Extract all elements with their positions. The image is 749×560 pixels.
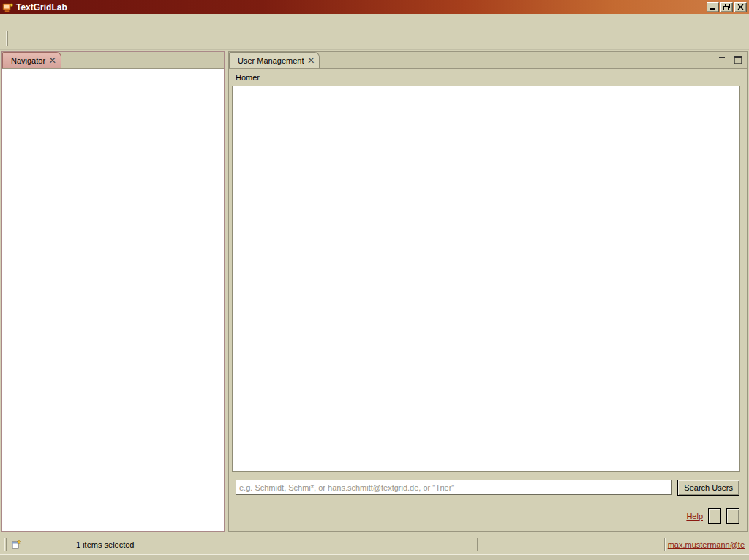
maximize-view-icon[interactable] (731, 53, 745, 67)
navigator-tab-row: Navigator ⛌ (2, 52, 224, 69)
navigator-view-toolbar (222, 52, 224, 68)
selection-status: 1 items selected (68, 540, 134, 549)
logged-in-user-link[interactable]: max.mustermann@te (668, 540, 745, 549)
minimize-button[interactable] (707, 2, 719, 12)
main-toolbar (0, 29, 749, 50)
close-icon[interactable]: ⛌ (309, 56, 314, 65)
close-icon[interactable]: ⛌ (50, 56, 55, 65)
minimize-view-icon[interactable] (716, 53, 729, 67)
user-table (232, 86, 740, 472)
title-bar: TextGridLab (0, 0, 749, 14)
workbench: Navigator ⛌ User Management ⛌ (0, 50, 749, 534)
project-name-label: Homer (229, 69, 747, 86)
tab-user-management[interactable]: User Management ⛌ (229, 52, 320, 68)
action-buttons: Help (686, 508, 739, 524)
help-link[interactable]: Help (686, 512, 703, 521)
fast-view-icon[interactable] (11, 539, 23, 550)
open-perspective-icon[interactable] (724, 30, 742, 48)
revert-changes-button[interactable] (708, 508, 721, 524)
navigator-view: Navigator ⛌ (1, 51, 225, 532)
user-management-view: User Management ⛌ Homer Search Users (228, 51, 748, 532)
options-row: Help (236, 508, 739, 524)
close-button[interactable] (734, 2, 747, 12)
editor-view-buttons (716, 52, 747, 68)
window-controls (707, 2, 747, 12)
editor-tab-row: User Management ⛌ (229, 52, 747, 69)
navigator-tab-label: Navigator (11, 56, 45, 65)
toolbar-grip[interactable] (6, 31, 8, 46)
statusbar-grip (4, 538, 7, 551)
user-search-row: Search Users (236, 480, 739, 496)
menu-bar (0, 14, 749, 29)
navigator-tree (2, 69, 224, 531)
window-bottom-edge (0, 554, 749, 560)
tab-navigator[interactable]: Navigator ⛌ (2, 52, 61, 68)
user-management-content: Homer Search Users Help (229, 69, 747, 531)
window-title: TextGridLab (16, 2, 707, 12)
application-window: TextGridLab Navigator ⛌ (0, 0, 749, 560)
apply-changes-button[interactable] (726, 508, 739, 524)
restore-button[interactable] (720, 2, 733, 12)
perspective-bar (724, 30, 745, 48)
status-bar: 1 items selected max.mustermann@te (0, 534, 749, 554)
user-search-input[interactable] (236, 480, 672, 495)
app-icon (2, 2, 13, 12)
user-management-tab-label: User Management (238, 56, 304, 65)
search-users-button[interactable]: Search Users (677, 480, 739, 496)
selection-status-text: 1 items selected (76, 540, 134, 549)
